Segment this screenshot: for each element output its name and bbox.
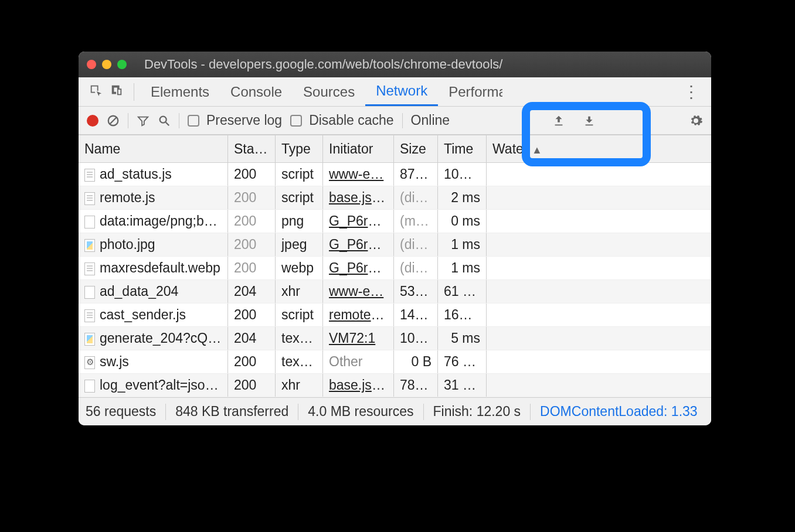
cell-initiator[interactable]: base.js:… [323, 377, 393, 393]
tab-performance[interactable]: Performa [438, 77, 502, 106]
cell-type: tex… [276, 330, 322, 346]
maximize-icon[interactable] [117, 60, 127, 69]
cell-size: (dis… [394, 190, 437, 206]
cell-type: xhr [276, 377, 322, 393]
status-resources: 4.0 MB resources [308, 404, 413, 420]
search-icon[interactable] [158, 114, 171, 127]
filter-icon[interactable] [137, 114, 150, 127]
tab-elements[interactable]: Elements [140, 77, 220, 106]
cell-name: ad_status.js [79, 166, 227, 182]
cell-initiator[interactable]: www-e… [323, 166, 393, 182]
status-transferred: 848 KB transferred [175, 404, 288, 420]
table-row[interactable]: sw.js200tex…Other0 B76 … [79, 350, 711, 374]
cell-time: 16… [438, 307, 486, 323]
file-icon [84, 356, 95, 369]
file-icon [84, 286, 95, 299]
file-icon [84, 216, 95, 229]
cell-size: 10… [394, 330, 437, 346]
cell-size: 0 B [394, 354, 437, 370]
cell-name: maxresdefault.webp [79, 260, 227, 276]
file-icon [84, 262, 95, 275]
table-row[interactable]: maxresdefault.webp200webpG_P6rp…(dis…1 m… [79, 257, 711, 280]
cell-status: 204 [228, 284, 275, 299]
throttling-select[interactable]: Online [411, 112, 450, 128]
cell-type: jpeg [276, 237, 322, 253]
col-name[interactable]: Name [79, 141, 227, 157]
cell-size: (m… [394, 213, 437, 229]
tab-console[interactable]: Console [220, 77, 293, 106]
col-initiator[interactable]: Initiator [323, 141, 393, 157]
minimize-icon[interactable] [102, 60, 111, 69]
cell-type: script [276, 307, 322, 323]
cell-initiator[interactable]: G_P6rp… [323, 213, 393, 229]
cell-initiator[interactable]: remote.j… [323, 307, 393, 323]
cell-type: webp [276, 260, 322, 276]
tab-sources[interactable]: Sources [293, 77, 365, 106]
disable-cache-checkbox[interactable]: Disable cache [290, 112, 393, 128]
cell-status: 200 [228, 190, 275, 206]
cell-name: log_event?alt=jso… [79, 377, 227, 393]
devtools-window: DevTools - developers.google.com/web/too… [79, 52, 711, 425]
window-title: DevTools - developers.google.com/web/too… [132, 57, 703, 72]
cell-initiator[interactable]: G_P6rp… [323, 237, 393, 253]
inspect-element-icon[interactable] [89, 84, 102, 100]
network-table-header: Name Sta… Type Initiator Size Time Water… [79, 135, 711, 163]
tab-network[interactable]: Network [365, 77, 438, 106]
cell-name: sw.js [79, 354, 227, 370]
cell-time: 10… [438, 166, 486, 182]
titlebar: DevTools - developers.google.com/web/too… [79, 52, 711, 77]
file-icon [84, 309, 95, 322]
cell-size: 14… [394, 307, 437, 323]
cell-type: xhr [276, 284, 322, 299]
cell-time: 61 … [438, 284, 486, 299]
cell-name: generate_204?cQ… [79, 330, 227, 346]
cell-type: script [276, 166, 322, 182]
cell-time: 0 ms [438, 213, 486, 229]
file-icon [84, 192, 95, 205]
col-time[interactable]: Time [438, 141, 486, 157]
cell-time: 5 ms [438, 330, 486, 346]
table-row[interactable]: log_event?alt=jso…200xhrbase.js:…78…31 … [79, 374, 711, 397]
cell-size: 53… [394, 284, 437, 299]
col-size[interactable]: Size [394, 141, 437, 157]
table-row[interactable]: ad_data_204204xhrwww-e…53…61 … [79, 280, 711, 303]
col-type[interactable]: Type [276, 141, 322, 157]
network-toolbar: Preserve log Disable cache Online [79, 107, 711, 135]
network-table-body: ad_status.js200scriptwww-e…87…10…remote.… [79, 163, 711, 397]
table-row[interactable]: cast_sender.js200scriptremote.j…14…16… [79, 303, 711, 327]
device-toolbar-icon[interactable] [110, 84, 123, 100]
cell-time: 31 … [438, 377, 486, 393]
preserve-log-checkbox[interactable]: Preserve log [188, 112, 282, 128]
cell-name: ad_data_204 [79, 284, 227, 299]
status-requests: 56 requests [86, 404, 156, 420]
record-icon[interactable] [87, 115, 98, 127]
cell-type: script [276, 190, 322, 206]
upload-icon[interactable] [552, 114, 565, 127]
file-icon [84, 333, 95, 346]
cell-initiator[interactable]: VM72:1 [323, 330, 393, 346]
table-row[interactable]: remote.js200scriptbase.js:…(dis…2 ms [79, 186, 711, 210]
cell-initiator[interactable]: G_P6rp… [323, 260, 393, 276]
cell-status: 200 [228, 260, 275, 276]
download-icon[interactable] [583, 114, 596, 127]
clear-icon[interactable] [107, 114, 120, 127]
status-finish: Finish: 12.20 s [433, 404, 521, 420]
window-controls [87, 60, 127, 69]
col-status[interactable]: Sta… [228, 141, 275, 157]
close-icon[interactable] [87, 60, 96, 69]
cell-name: data:image/png;b… [79, 213, 227, 229]
col-waterfall[interactable]: Water ▲ [487, 141, 711, 157]
svg-point-2 [160, 116, 167, 122]
cell-initiator[interactable]: Other [323, 354, 393, 370]
cell-status: 200 [228, 354, 275, 370]
table-row[interactable]: data:image/png;b…200pngG_P6rp…(m…0 ms [79, 210, 711, 233]
file-icon [84, 380, 95, 393]
table-row[interactable]: photo.jpg200jpegG_P6rp…(dis…1 ms [79, 233, 711, 257]
cell-initiator[interactable]: base.js:… [323, 190, 393, 206]
cell-status: 200 [228, 377, 275, 393]
table-row[interactable]: generate_204?cQ…204tex…VM72:110…5 ms [79, 327, 711, 350]
more-tabs-icon[interactable]: ⋮ [677, 82, 705, 101]
table-row[interactable]: ad_status.js200scriptwww-e…87…10… [79, 163, 711, 186]
cell-initiator[interactable]: www-e… [323, 284, 393, 299]
settings-icon[interactable] [689, 114, 703, 128]
